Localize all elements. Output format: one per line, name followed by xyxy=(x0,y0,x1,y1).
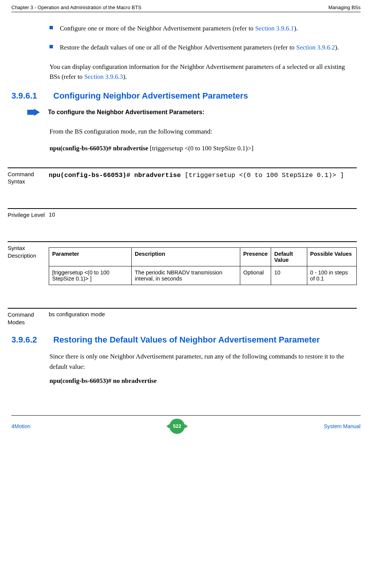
text: Restore the default values of one or all… xyxy=(60,44,296,51)
procedure-label: To configure the Neighbor Advertisement … xyxy=(48,109,204,116)
def-label: Command Syntax xyxy=(8,171,49,185)
command-syntax-block: Command Syntax npu(config-bs-66053)# nbr… xyxy=(8,167,357,193)
header-left: Chapter 3 - Operation and Administration… xyxy=(11,5,141,10)
privilege-level-block: Privilege Level 10 xyxy=(8,208,357,226)
command-line: npu(config-bs-66053)# no nbradvertise xyxy=(49,377,357,385)
square-bullet-icon xyxy=(49,26,53,29)
text: Configure one or more of the Neighbor Ad… xyxy=(60,25,255,32)
header-right: Managing BSs xyxy=(328,5,361,10)
table-header-row: Parameter Description Presence Default V… xyxy=(49,248,357,266)
paragraph: Since there is only one Neighbor Adverti… xyxy=(49,352,357,372)
section-heading: 3.9.6.2 Restoring the Default Values of … xyxy=(49,335,357,345)
th-presence: Presence xyxy=(240,248,271,266)
def-label: Privilege Level xyxy=(8,211,49,219)
paragraph: From the BS configuration mode, run the … xyxy=(49,127,357,137)
parameter-table: Parameter Description Presence Default V… xyxy=(49,247,357,285)
def-label: Syntax Description xyxy=(8,244,49,285)
td-parameter: [triggersetup <(0 to 100 StepSize 0.1)> … xyxy=(49,266,132,285)
section-number: 3.9.6.1 xyxy=(8,91,53,101)
th-default: Default Value xyxy=(271,248,307,266)
def-label: Command Modes xyxy=(8,311,49,326)
command-args: [triggersetup <(0 to 100 StepSize 0.1)>] xyxy=(148,145,253,152)
bullet-text: Restore the default values of one or all… xyxy=(60,43,339,53)
section-number: 3.9.6.2 xyxy=(8,335,53,345)
command-bold: npu(config-bs-66053)# nbradvertise xyxy=(49,145,148,152)
td-presence: Optional xyxy=(240,266,271,285)
def-value: 10 xyxy=(49,211,357,219)
syntax-bold: npu(config-bs-66053)# nbradvertise xyxy=(49,172,181,179)
command-bold: npu(config-bs-66053)# no nbradvertise xyxy=(49,377,156,384)
section-title: Configuring Neighbor Advertisement Param… xyxy=(53,91,248,101)
text: ). xyxy=(335,44,339,51)
footer-left: 4Motion xyxy=(11,423,30,429)
section-title: Restoring the Default Values of Neighbor… xyxy=(53,335,320,345)
section-link[interactable]: Section 3.9.6.3 xyxy=(84,73,123,80)
td-possible: 0 - 100 in steps of 0.1 xyxy=(307,266,356,285)
command-modes-block: Command Modes bs configuration mode xyxy=(8,308,357,328)
th-possible: Possible Values xyxy=(307,248,356,266)
square-bullet-icon xyxy=(49,45,53,48)
bullet-item: Restore the default values of one or all… xyxy=(49,43,357,53)
th-description: Description xyxy=(132,248,240,266)
def-value: Parameter Description Presence Default V… xyxy=(49,244,357,285)
page-header: Chapter 3 - Operation and Administration… xyxy=(11,5,361,12)
section-heading: 3.9.6.1 Configuring Neighbor Advertiseme… xyxy=(49,91,357,101)
section-link[interactable]: Section 3.9.6.1 xyxy=(255,25,294,32)
page-footer: 4Motion 522 System Manual xyxy=(11,415,361,434)
def-value: npu(config-bs-66053)# nbradvertise [trig… xyxy=(49,171,357,185)
bullet-text: Configure one or more of the Neighbor Ad… xyxy=(60,24,298,33)
text: ). xyxy=(123,73,127,80)
paragraph: You can display configuration informatio… xyxy=(49,62,357,82)
footer-right: System Manual xyxy=(324,423,361,429)
td-description: The periodic NBRADV transmission interva… xyxy=(132,266,240,285)
command-line: npu(config-bs-66053)# nbradvertise [trig… xyxy=(49,145,357,152)
section-link[interactable]: Section 3.9.6.2 xyxy=(296,44,335,51)
svg-marker-0 xyxy=(27,109,40,116)
th-parameter: Parameter xyxy=(49,248,132,266)
procedure-heading: To configure the Neighbor Advertisement … xyxy=(27,108,357,116)
def-value: bs configuration mode xyxy=(49,311,357,326)
syntax-description-block: Syntax Description Parameter Description… xyxy=(8,241,357,293)
bullet-item: Configure one or more of the Neighbor Ad… xyxy=(49,24,357,33)
table-row: [triggersetup <(0 to 100 StepSize 0.1)> … xyxy=(49,266,357,285)
text: ). xyxy=(294,25,298,32)
syntax-rest: [triggersetup <(0 to 100 StepSize 0.1)> … xyxy=(181,172,344,179)
td-default: 10 xyxy=(271,266,307,285)
arrow-right-icon xyxy=(27,108,40,116)
page-number-badge: 522 xyxy=(169,419,185,434)
